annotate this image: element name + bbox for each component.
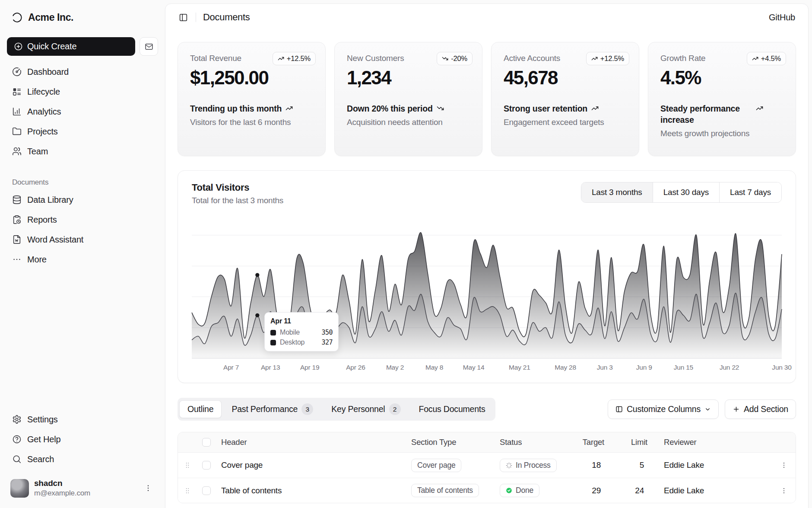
section-type-badge: Table of contents <box>411 484 479 497</box>
chart-plot-area[interactable]: Apr 11 Mobile 350 Desktop 327 <box>192 220 782 358</box>
row-menu-trigger[interactable] <box>777 483 791 498</box>
customize-columns-button[interactable]: Customize Columns <box>608 399 719 419</box>
check-circle-icon <box>506 487 512 494</box>
tab-past-performance[interactable]: Past Performance3 <box>223 399 321 419</box>
range-last-3-months[interactable]: Last 3 months <box>581 182 653 202</box>
reviewer-value[interactable]: Eddie Lake <box>664 486 704 495</box>
chart-title: Total Visitors <box>192 182 283 193</box>
status-label: In Process <box>516 461 551 470</box>
target-value[interactable]: 18 <box>592 460 601 470</box>
tab-key-personnel[interactable]: Key Personnel2 <box>323 399 409 419</box>
row-checkbox[interactable] <box>202 461 211 470</box>
trend-badge: +12.5% <box>586 52 629 65</box>
select-all-checkbox[interactable] <box>202 438 211 447</box>
card-footer-desc: Visitors for the last 6 months <box>190 118 313 127</box>
sidebar-item-more[interactable]: More <box>7 249 158 269</box>
sidebar-item-lifecycle[interactable]: Lifecycle <box>7 82 158 102</box>
sidebar-item-get-help[interactable]: Get Help <box>7 429 158 449</box>
reviewer-value[interactable]: Eddie Lake <box>664 460 704 470</box>
chart-header: Total Visitors Total for the last 3 mont… <box>192 182 782 205</box>
sidebar-item-settings[interactable]: Settings <box>7 409 158 429</box>
quick-create-label: Quick Create <box>27 42 76 51</box>
x-axis-tick: May 14 <box>463 364 485 371</box>
table-row: Table of contents Table of contents Done… <box>178 478 796 503</box>
row-menu-trigger[interactable] <box>777 458 791 473</box>
card-total-revenue: Total Revenue +12.5% $1,250.00 Trending … <box>178 42 326 156</box>
row-checkbox[interactable] <box>202 486 211 495</box>
card-value: 4.5% <box>660 67 783 89</box>
x-axis-tick: Jun 22 <box>720 364 739 371</box>
sidebar-item-label: Settings <box>27 415 58 425</box>
sidebar-item-label: Get Help <box>27 435 60 444</box>
sidebar-item-data-library[interactable]: Data Library <box>7 190 158 210</box>
sidebar-item-label: Team <box>27 147 48 157</box>
limit-value[interactable]: 24 <box>635 486 644 495</box>
user-email: m@example.com <box>34 489 90 498</box>
user-menu-trigger[interactable] <box>142 482 155 495</box>
trending-up-icon <box>278 55 284 62</box>
folder-icon <box>12 127 22 136</box>
sidebar-item-projects[interactable]: Projects <box>7 121 158 141</box>
view-tabs: Outline Past Performance3 Key Personnel2… <box>178 398 495 421</box>
sidebar-item-reports[interactable]: Reports <box>7 210 158 230</box>
x-axis-tick: Jun 30 <box>772 364 791 371</box>
github-link[interactable]: GitHub <box>769 13 795 22</box>
user-menu[interactable]: shadcn m@example.com <box>7 476 158 500</box>
sidebar-item-label: Dashboard <box>27 67 69 77</box>
row-header-link[interactable]: Table of contents <box>221 486 282 495</box>
tab-label: Key Personnel <box>331 404 385 414</box>
clipboard-clock-icon <box>12 215 22 224</box>
sidebar-item-word-assistant[interactable]: Word Assistant <box>7 230 158 249</box>
row-header-link[interactable]: Cover page <box>221 460 263 470</box>
card-footer-title: Trending up this month <box>190 103 282 114</box>
add-section-button[interactable]: Add Section <box>725 399 796 419</box>
x-axis-tick: May 2 <box>386 364 404 371</box>
inbox-button[interactable] <box>140 37 158 56</box>
sidebar-item-team[interactable]: Team <box>7 141 158 161</box>
trending-down-icon <box>442 55 448 62</box>
main-panel: Documents GitHub Total Revenue +12.5% $1… <box>165 3 809 508</box>
trending-up-icon <box>591 105 599 112</box>
trend-badge-value: +12.5% <box>600 54 624 63</box>
chart-column-icon <box>12 107 22 116</box>
quick-create-button[interactable]: Quick Create <box>7 37 135 56</box>
user-meta: shadcn m@example.com <box>34 479 90 498</box>
org-name: Acme Inc. <box>28 12 73 23</box>
trending-up-icon <box>285 105 293 112</box>
tooltip-series-value: 327 <box>321 339 333 346</box>
tab-count-badge: 2 <box>389 403 401 415</box>
sidebar-item-label: Analytics <box>27 107 61 117</box>
database-icon <box>12 195 22 204</box>
x-axis-tick: May 8 <box>425 364 443 371</box>
avatar <box>10 479 29 498</box>
tab-focus-documents[interactable]: Focus Documents <box>411 400 494 418</box>
chevron-down-icon <box>704 406 711 412</box>
column-header: Target <box>583 438 604 447</box>
x-axis-tick: May 28 <box>555 364 576 371</box>
limit-value[interactable]: 5 <box>640 460 644 470</box>
sidebar-toggle-button[interactable] <box>175 9 191 26</box>
target-value[interactable]: 29 <box>592 486 601 495</box>
drag-handle[interactable] <box>183 487 192 495</box>
x-axis-tick: Apr 19 <box>300 364 319 371</box>
sidebar-item-dashboard[interactable]: Dashboard <box>7 62 158 82</box>
trend-badge: +4.5% <box>747 52 786 65</box>
org-switcher[interactable]: Acme Inc. <box>7 7 158 28</box>
tooltip-row-mobile: Mobile 350 <box>270 329 333 336</box>
range-last-30-days[interactable]: Last 30 days <box>653 182 719 202</box>
user-name: shadcn <box>34 479 90 488</box>
table-header-row: Header Section Type Status Target Limit … <box>178 432 796 453</box>
card-footer-title: Steady performance increase <box>660 103 752 125</box>
range-last-7-days[interactable]: Last 7 days <box>719 182 781 202</box>
column-header: Reviewer <box>664 438 697 447</box>
ellipsis-icon <box>12 255 22 264</box>
trend-badge: +12.5% <box>273 52 316 65</box>
drag-handle[interactable] <box>183 461 192 469</box>
dots-vertical-icon <box>144 484 152 492</box>
sidebar-item-analytics[interactable]: Analytics <box>7 102 158 121</box>
tab-outline[interactable]: Outline <box>179 400 222 418</box>
sidebar-item-search[interactable]: Search <box>7 449 158 469</box>
chart-subtitle: Total for the last 3 months <box>192 196 283 205</box>
card-footer-desc: Engagement exceed targets <box>504 118 627 127</box>
x-axis-tick: Apr 26 <box>346 364 365 371</box>
